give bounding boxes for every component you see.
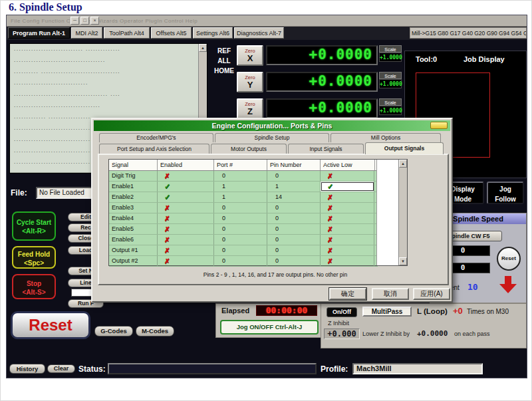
port-number-cell[interactable]: 0 xyxy=(214,224,267,234)
enabled-cell[interactable]: ✗ xyxy=(158,256,214,266)
jog-onoff-button[interactable]: Jog ON/OFF Ctrl-Alt-J xyxy=(220,320,319,334)
apply-button[interactable]: 应用(A) xyxy=(413,288,450,300)
active-low-cell[interactable]: ✓ xyxy=(321,182,374,192)
scroll-up-icon[interactable]: ▲ xyxy=(399,160,407,168)
ok-button[interactable]: 确定 xyxy=(329,288,366,300)
spindle-down-arrow-icon[interactable] xyxy=(499,284,517,293)
cross-icon[interactable]: ✗ xyxy=(164,215,170,222)
port-number-cell[interactable]: 0 xyxy=(214,203,267,213)
enabled-cell[interactable]: ✗ xyxy=(158,245,214,255)
cancel-button[interactable]: 取消 xyxy=(372,288,409,300)
close-icon[interactable]: × xyxy=(90,17,99,25)
cycle-start-button[interactable]: Cycle Start <Alt-R> xyxy=(12,211,56,241)
scroll-up-icon[interactable]: ▲ xyxy=(199,44,207,52)
port-number-cell[interactable]: 0 xyxy=(214,213,267,223)
tab-output-signals[interactable]: Output Signals xyxy=(365,142,444,154)
tab-input-signals[interactable]: Input Signals xyxy=(288,144,364,154)
tab-encoder-mpgs[interactable]: Encoder/MPG's xyxy=(99,133,213,142)
pin-number-cell[interactable]: 0 xyxy=(267,245,321,255)
cross-icon[interactable]: ✗ xyxy=(164,247,170,254)
pin-number-cell[interactable]: 0 xyxy=(267,224,321,234)
spindle-down-arrow-icon[interactable] xyxy=(505,276,511,284)
spindle-reset-button[interactable]: Reset xyxy=(497,247,521,271)
minimize-icon[interactable]: ─ xyxy=(70,17,79,25)
pin-number-cell[interactable]: 0 xyxy=(267,171,321,181)
enabled-cell[interactable]: ✗ xyxy=(158,213,214,223)
cross-icon[interactable]: ✗ xyxy=(327,225,332,233)
zero-z-button[interactable]: Zero Z xyxy=(237,98,263,119)
cross-icon[interactable]: ✗ xyxy=(164,236,170,243)
cross-icon[interactable]: ✗ xyxy=(327,204,332,211)
cross-icon[interactable]: ✗ xyxy=(327,247,332,254)
enabled-cell[interactable]: ✗ xyxy=(158,171,214,181)
tab-diagnostics[interactable]: Diagnostics Alt-7 xyxy=(234,27,284,39)
line-number-field[interactable] xyxy=(71,289,92,297)
enabled-cell[interactable]: ✗ xyxy=(158,235,214,245)
pin-number-cell[interactable]: 0 xyxy=(267,203,321,213)
tab-port-setup[interactable]: Port Setup and Axis Selection xyxy=(99,144,209,154)
cross-icon[interactable]: ✗ xyxy=(327,215,332,222)
port-number-cell[interactable]: 0 xyxy=(214,245,267,255)
cross-icon[interactable]: ✗ xyxy=(164,172,170,180)
pin-number-cell[interactable]: 1 xyxy=(267,182,321,192)
lower-z-value[interactable]: +0.0000 xyxy=(417,329,448,338)
cross-icon[interactable]: ✗ xyxy=(327,172,332,180)
mcodes-button[interactable]: M-Codes xyxy=(136,326,174,336)
active-low-cell[interactable]: ✗ xyxy=(321,192,374,202)
active-low-cell[interactable]: ✗ xyxy=(321,203,374,213)
cross-icon[interactable]: ✗ xyxy=(327,257,332,265)
port-number-cell[interactable]: 0 xyxy=(214,256,267,266)
tab-toolpath[interactable]: ToolPath Alt4 xyxy=(104,27,150,39)
active-low-cell[interactable]: ✗ xyxy=(321,213,374,223)
menu-items[interactable]: File Config Function Cfg's View Wizards … xyxy=(11,18,198,24)
clear-button[interactable]: Clear xyxy=(47,364,75,373)
tab-settings[interactable]: Settings Alt6 xyxy=(193,27,233,39)
port-number-cell[interactable]: 0 xyxy=(214,171,267,181)
tab-mill-options[interactable]: Mill Options xyxy=(331,133,441,142)
multipass-button[interactable]: MultiPass xyxy=(362,307,412,317)
history-button[interactable]: History xyxy=(9,364,45,374)
dialog-title-bar[interactable]: Engine Configuration... Ports & Pins xyxy=(94,120,450,131)
stop-button[interactable]: Stop <Alt-S> xyxy=(12,274,56,299)
reset-button[interactable]: Reset xyxy=(11,311,90,339)
port-number-cell[interactable]: 1 xyxy=(214,182,267,192)
port-number-cell[interactable]: 1 xyxy=(214,192,267,202)
dialog-minimize-button[interactable] xyxy=(430,122,448,129)
active-low-cell[interactable]: ✗ xyxy=(321,235,374,245)
pin-number-cell[interactable]: 0 xyxy=(267,256,321,266)
tab-program-run[interactable]: Program Run Alt-1 xyxy=(8,27,70,39)
pin-number-cell[interactable]: 0 xyxy=(267,213,321,223)
tab-motor-outputs[interactable]: Motor Outputs xyxy=(211,144,287,154)
table-scrollbar[interactable]: ▲ ▼ xyxy=(398,160,407,265)
cross-icon[interactable]: ✗ xyxy=(164,225,170,233)
scroll-down-icon[interactable]: ▼ xyxy=(399,257,407,265)
zero-y-button[interactable]: Zero Y xyxy=(237,72,263,92)
zero-x-button[interactable]: Zero X xyxy=(237,45,263,66)
active-low-cell[interactable]: ✗ xyxy=(321,256,374,266)
enabled-cell[interactable]: ✗ xyxy=(158,224,214,234)
gcodes-button[interactable]: G-Codes xyxy=(94,326,133,336)
check-icon[interactable]: ✓ xyxy=(327,182,333,190)
tab-offsets[interactable]: Offsets Alt5 xyxy=(151,27,192,39)
z-inhibit-onoff-button[interactable]: On/Off xyxy=(327,307,357,317)
pin-number-cell[interactable]: 0 xyxy=(267,235,321,245)
enabled-cell[interactable]: ✓ xyxy=(158,182,214,192)
cross-icon[interactable]: ✗ xyxy=(164,204,170,211)
check-icon[interactable]: ✓ xyxy=(164,193,170,201)
active-low-cell[interactable]: ✗ xyxy=(321,245,374,255)
loop-count-value[interactable]: +0 xyxy=(453,306,463,316)
cross-icon[interactable]: ✗ xyxy=(164,257,170,265)
y-axis-dro[interactable]: +0.0000 xyxy=(266,72,378,92)
z-inhibit-value[interactable]: +0.000 xyxy=(324,329,360,339)
jog-follow-button[interactable]: Jog Follow xyxy=(487,182,524,204)
pin-number-cell[interactable]: 14 xyxy=(267,192,321,202)
active-low-cell[interactable]: ✗ xyxy=(321,224,374,234)
enabled-cell[interactable]: ✓ xyxy=(158,192,214,202)
cross-icon[interactable]: ✗ xyxy=(327,194,332,201)
active-low-cell[interactable]: ✗ xyxy=(321,171,374,181)
x-axis-dro[interactable]: +0.0000 xyxy=(266,45,378,65)
maximize-icon[interactable]: □ xyxy=(80,17,89,25)
port-number-cell[interactable]: 0 xyxy=(214,235,267,245)
tab-spindle-setup[interactable]: Spindle Setup xyxy=(215,133,329,142)
check-icon[interactable]: ✓ xyxy=(164,182,170,190)
